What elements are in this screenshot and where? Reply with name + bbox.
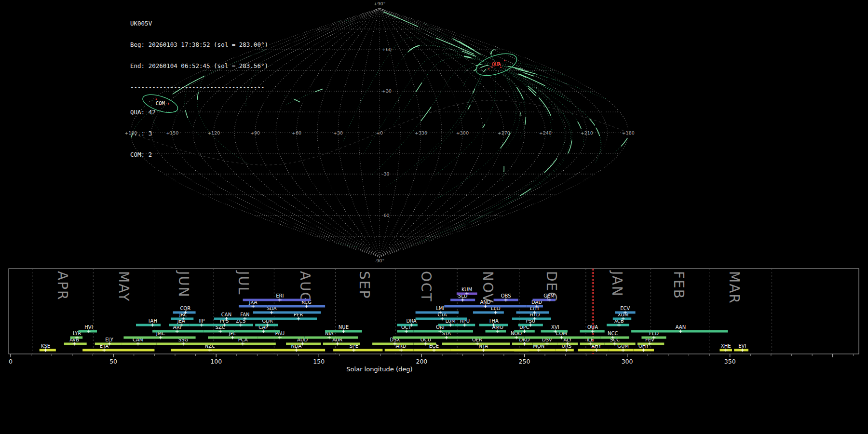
shower-bar bbox=[516, 312, 549, 314]
shower-tah: TAH bbox=[136, 318, 161, 327]
shower-label: GEM bbox=[543, 293, 555, 298]
shower-label: ECV bbox=[620, 306, 630, 311]
shower-bar bbox=[171, 349, 261, 352]
shower-bar bbox=[235, 330, 280, 333]
shower-bar bbox=[580, 343, 605, 345]
shower-bar bbox=[533, 299, 556, 301]
shower-bar bbox=[514, 349, 555, 352]
shower-bar bbox=[190, 324, 210, 326]
shower-label: IIP bbox=[199, 318, 204, 324]
shower-can: CAN bbox=[214, 312, 239, 321]
shower-label: QUA bbox=[587, 325, 598, 330]
shower-label: AND bbox=[480, 299, 490, 305]
meteor-trail-bright bbox=[568, 141, 572, 153]
shower-bar bbox=[136, 324, 161, 326]
meteor-trail bbox=[414, 29, 481, 57]
meteor-trail bbox=[411, 69, 565, 246]
count-qua: QUA: 42 bbox=[130, 109, 268, 116]
shower-label: XVI bbox=[551, 325, 559, 330]
shower-bar bbox=[397, 324, 418, 326]
meteor-trail-bright bbox=[578, 122, 581, 129]
shower-xvi: XVI bbox=[541, 325, 568, 333]
month-label: JAN bbox=[609, 270, 625, 297]
shower-bar bbox=[609, 349, 633, 352]
shower-bar bbox=[261, 349, 325, 352]
meteor-trail-bright bbox=[501, 133, 510, 148]
shower-kse: KSE bbox=[40, 343, 56, 352]
meteor-trail-bright bbox=[421, 107, 431, 121]
ra-grid-label: +60 bbox=[292, 130, 301, 136]
shower-bar bbox=[253, 312, 321, 314]
meteor-trail bbox=[337, 20, 486, 58]
shower-bar bbox=[372, 343, 413, 345]
count-sporadic: ...: 3 bbox=[130, 130, 268, 137]
meteor-trail bbox=[246, 49, 500, 106]
station-id: UK005V bbox=[130, 20, 268, 27]
meteor-trail bbox=[503, 66, 535, 72]
x-tick-label: 100 bbox=[210, 358, 222, 365]
meteor-trail bbox=[505, 66, 555, 80]
shower-bar bbox=[413, 330, 473, 333]
shower-bar bbox=[268, 305, 325, 308]
ra-grid-label: +30 bbox=[333, 130, 343, 136]
shower-tha: THA bbox=[479, 318, 508, 327]
month-label: NOV bbox=[480, 271, 496, 304]
meteor-trail bbox=[458, 68, 572, 229]
meteor-trail bbox=[507, 75, 526, 105]
x-tick-label: 250 bbox=[519, 358, 530, 365]
meteor-trail-bright bbox=[483, 124, 485, 128]
shower-bar bbox=[169, 324, 190, 326]
meteor-trail bbox=[338, 68, 570, 246]
meteor-trail bbox=[393, 58, 490, 125]
shower-label: OBS bbox=[501, 293, 511, 298]
shower-label: CAN bbox=[221, 312, 231, 317]
shower-bar bbox=[413, 349, 450, 352]
ra-grid-label: +180 bbox=[622, 130, 635, 136]
shower-bar bbox=[323, 343, 360, 345]
ra-grid-label: +330 bbox=[415, 130, 427, 136]
month-label: MAY bbox=[116, 271, 132, 302]
x-tick-label: 300 bbox=[622, 358, 633, 365]
meteor-observation-screen: +180+150+120+90+60+30+0+330+300+270+240+… bbox=[0, 0, 868, 434]
month-label: APR bbox=[54, 271, 70, 301]
x-tick-label: 200 bbox=[416, 358, 427, 365]
shower-label: ELY bbox=[105, 337, 114, 342]
meteor-trail bbox=[463, 64, 488, 74]
meteor-trail bbox=[468, 67, 490, 103]
meteor-trail-bright bbox=[517, 87, 523, 99]
month-label: AUG bbox=[297, 271, 313, 303]
meteor-trail-bright bbox=[436, 38, 474, 54]
south-pole-label: -90° bbox=[375, 258, 384, 263]
north-pole-label: +90° bbox=[374, 1, 386, 6]
shower-xhe: XHE bbox=[719, 343, 732, 352]
shower-bar bbox=[578, 349, 609, 352]
shower-bar bbox=[253, 318, 317, 320]
shower-label: XHE bbox=[721, 343, 731, 349]
shower-bar bbox=[512, 343, 533, 345]
ra-grid-label: +270 bbox=[498, 130, 510, 136]
sporadic-trail-bright bbox=[315, 89, 323, 92]
shower-label: THA bbox=[488, 318, 499, 324]
shower-label: FAN bbox=[240, 312, 249, 317]
month-label: SEP bbox=[356, 271, 372, 299]
meteor-trail-bright bbox=[491, 50, 494, 54]
x-tick-label: 150 bbox=[313, 358, 325, 365]
shower-bar bbox=[385, 349, 414, 352]
shower-bar bbox=[512, 318, 551, 320]
shower-label: NCC bbox=[608, 331, 618, 336]
shower-dra: DRA bbox=[397, 318, 418, 327]
shower-label: DRA bbox=[407, 318, 417, 324]
ra-grid-label: +300 bbox=[456, 130, 469, 136]
end-time: End: 20260104 06:52:45 (sol = 283.56°) bbox=[130, 63, 268, 70]
shower-ely: ELY bbox=[95, 337, 122, 346]
ra-grid-label: +240 bbox=[539, 130, 552, 136]
shower-bar bbox=[305, 337, 358, 339]
radiant-meteor-dot bbox=[488, 68, 490, 70]
shower-bar bbox=[210, 324, 231, 326]
dec-grid-label: +30 bbox=[382, 88, 392, 94]
radiant-meteor-dot bbox=[504, 60, 506, 62]
x-tick-label: 350 bbox=[724, 358, 736, 365]
activity-timeline: APRMAYJUNJULAUGSEPOCTNOVDECJANFEBMAR0501… bbox=[0, 263, 868, 434]
shower-label: CQR bbox=[180, 306, 190, 311]
shower-aan: AAN bbox=[631, 325, 728, 333]
